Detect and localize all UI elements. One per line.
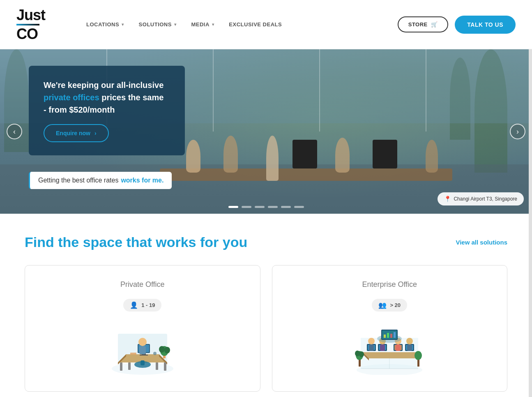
svg-point-19 (138, 338, 147, 346)
logo[interactable]: Just CO (16, 8, 62, 42)
svg-rect-20 (139, 346, 146, 354)
solutions-header: Find the space that works for you View a… (25, 234, 507, 250)
svg-rect-8 (156, 362, 158, 370)
solutions-title: Find the space that works for you (25, 234, 247, 250)
people-icon: 👥 (378, 301, 387, 309)
svg-point-17 (159, 346, 165, 353)
svg-rect-50 (387, 333, 389, 338)
hero-dot-2[interactable] (242, 206, 251, 208)
hero-tagline: Getting the best office rates works for … (29, 172, 172, 189)
svg-point-56 (359, 351, 364, 357)
hero-dot-5[interactable] (281, 206, 291, 208)
hero-dot-3[interactable] (255, 206, 265, 208)
nav-actions: STORE 🛒 TALK TO US (398, 16, 516, 34)
hero-dot-4[interactable] (268, 206, 278, 208)
logo-co: CO (16, 27, 62, 42)
private-office-capacity: 👤 1 - 19 (123, 299, 161, 312)
nav-locations[interactable]: LOCATIONS ▾ (86, 21, 124, 28)
nav-solutions[interactable]: SOLUTIONS ▾ (139, 21, 177, 28)
private-office-card[interactable]: Private Office 👤 1 - 19 (25, 265, 260, 392)
hero-title: We're keeping our all-inclusive private … (44, 79, 170, 116)
svg-rect-11 (140, 355, 148, 355)
chevron-down-icon: ▾ (174, 22, 177, 27)
svg-rect-49 (384, 335, 386, 338)
hero-overlay-box: We're keeping our all-inclusive private … (29, 66, 185, 155)
svg-point-18 (164, 347, 170, 353)
svg-rect-52 (394, 332, 396, 338)
hero-next-button[interactable]: › (510, 124, 525, 139)
svg-rect-14 (140, 360, 145, 365)
hero-dots (228, 206, 304, 208)
header: Just CO LOCATIONS ▾ SOLUTIONS ▾ MEDIA ▾ … (0, 0, 532, 49)
enterprise-office-illustration (352, 321, 426, 375)
svg-rect-6 (164, 362, 166, 371)
cart-icon: 🛒 (431, 21, 438, 28)
enterprise-office-capacity: 👥 > 20 (372, 299, 407, 312)
scrollbar[interactable] (529, 0, 532, 397)
arrow-right-icon: › (94, 130, 97, 136)
svg-rect-51 (390, 334, 392, 338)
svg-point-58 (415, 351, 422, 360)
location-pin-icon: 📍 (444, 196, 451, 202)
hero-tagline-highlight: works for me. (121, 177, 164, 184)
enterprise-office-card[interactable]: Enterprise Office 👥 > 20 (272, 265, 508, 392)
svg-rect-38 (369, 344, 374, 351)
private-office-title: Private Office (120, 280, 165, 289)
nav-media[interactable]: MEDIA ▾ (191, 21, 214, 28)
svg-rect-40 (380, 344, 385, 351)
store-button[interactable]: STORE 🛒 (398, 16, 449, 32)
svg-point-37 (368, 338, 375, 344)
svg-marker-27 (389, 352, 418, 358)
hero-highlight: private offices (44, 93, 99, 102)
chevron-down-icon: ▾ (212, 22, 214, 27)
svg-rect-21 (130, 353, 136, 355)
private-office-illustration (106, 321, 180, 375)
view-all-solutions-link[interactable]: View all solutions (456, 239, 507, 246)
logo-just: Just (16, 8, 62, 23)
hero-dot-6[interactable] (294, 206, 304, 208)
talk-to-us-button[interactable]: TALK TO US (455, 16, 516, 34)
hero-section: We're keeping our all-inclusive private … (0, 49, 532, 214)
main-nav: LOCATIONS ▾ SOLUTIONS ▾ MEDIA ▾ EXCLUSIV… (86, 21, 398, 28)
svg-point-55 (355, 351, 360, 356)
chevron-down-icon: ▾ (122, 22, 124, 27)
svg-rect-7 (128, 362, 131, 370)
hero-prev-button[interactable]: ‹ (7, 124, 22, 139)
solution-cards-row: Private Office 👤 1 - 19 (25, 265, 507, 392)
enterprise-office-title: Enterprise Office (362, 280, 417, 289)
svg-rect-5 (120, 362, 122, 371)
hero-dot-1[interactable] (228, 206, 238, 208)
person-icon: 👤 (130, 301, 138, 309)
svg-point-43 (406, 338, 413, 344)
svg-point-22 (153, 352, 157, 355)
logo-line (16, 24, 39, 25)
enquire-button[interactable]: Enquire now › (44, 124, 109, 142)
solutions-section: Find the space that works for you View a… (0, 214, 532, 397)
hero-location-badge: 📍 Changi Airport T3, Singapore (438, 192, 524, 205)
svg-rect-44 (407, 344, 412, 351)
svg-rect-42 (396, 344, 401, 351)
nav-exclusive-deals[interactable]: EXCLUSIVE DEALS (229, 21, 282, 28)
